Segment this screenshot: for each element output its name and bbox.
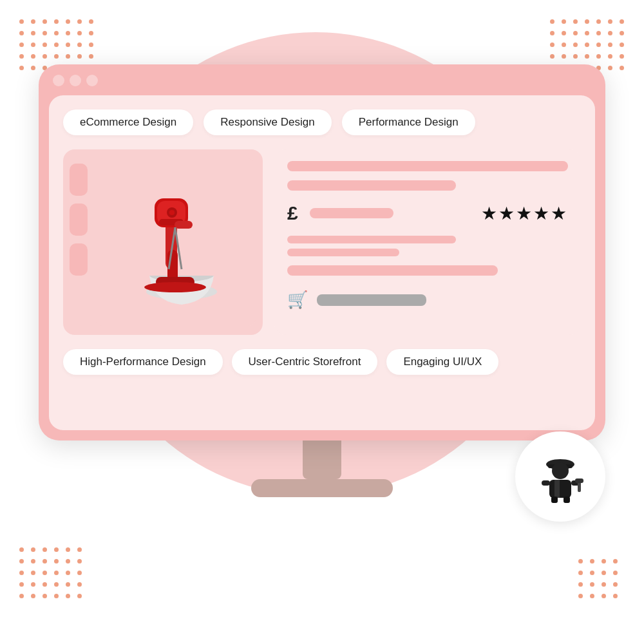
tag-responsive[interactable]: Responsive Design xyxy=(204,109,331,135)
description-lines xyxy=(287,236,568,256)
window-close-btn[interactable] xyxy=(53,75,64,86)
worker-illustration xyxy=(530,446,591,507)
svg-rect-23 xyxy=(564,497,570,503)
window-maximize-btn[interactable] xyxy=(86,75,98,86)
detail-bar-3 xyxy=(287,265,498,276)
tag-user-centric[interactable]: User-Centric Storefront xyxy=(232,349,378,375)
tag-engaging-ui[interactable]: Engaging UI/UX xyxy=(386,349,498,375)
monitor-screen: eCommerce Design Responsive Design Perfo… xyxy=(39,64,605,440)
svg-rect-21 xyxy=(575,478,583,483)
top-tags-row: eCommerce Design Responsive Design Perfo… xyxy=(63,109,581,135)
thumb-1[interactable] xyxy=(70,164,88,196)
product-title-bar xyxy=(287,161,568,171)
cart-icon[interactable]: 🛒 xyxy=(287,290,308,310)
dot-pattern-bl xyxy=(19,547,89,605)
add-to-cart-bar[interactable] xyxy=(317,294,426,306)
screen-content: eCommerce Design Responsive Design Perfo… xyxy=(49,95,595,430)
product-area: £ ★★★★★ 🛒 xyxy=(63,149,581,335)
svg-rect-16 xyxy=(549,480,571,498)
thumb-3[interactable] xyxy=(70,243,88,276)
product-image xyxy=(94,158,256,326)
tag-high-performance[interactable]: High-Performance Design xyxy=(63,349,223,375)
dot-pattern-br xyxy=(578,559,625,605)
star-rating: ★★★★★ xyxy=(481,203,568,224)
product-right-panel: £ ★★★★★ 🛒 xyxy=(274,149,581,335)
svg-point-10 xyxy=(144,282,206,292)
add-to-cart-row: 🛒 xyxy=(287,290,568,310)
window-minimize-btn[interactable] xyxy=(70,75,81,86)
stand-neck xyxy=(303,440,341,479)
monitor: eCommerce Design Responsive Design Perfo… xyxy=(39,64,605,497)
svg-point-5 xyxy=(169,210,175,215)
title-bar xyxy=(49,75,595,86)
price-value-bar xyxy=(310,208,393,218)
thumbnail-list xyxy=(70,158,88,276)
svg-rect-17 xyxy=(554,480,560,498)
currency-symbol: £ xyxy=(287,202,298,224)
bottom-tags-row: High-Performance Design User-Centric Sto… xyxy=(63,349,581,375)
svg-rect-18 xyxy=(542,480,550,486)
svg-point-15 xyxy=(552,462,569,479)
thumb-2[interactable] xyxy=(70,204,88,236)
scene: eCommerce Design Responsive Design Perfo… xyxy=(0,0,644,644)
price-stars-row: £ ★★★★★ xyxy=(287,202,568,224)
worker-badge xyxy=(515,431,605,522)
svg-rect-7 xyxy=(175,221,193,229)
stand-base xyxy=(251,479,393,497)
tag-performance[interactable]: Performance Design xyxy=(342,109,475,135)
mixer-illustration xyxy=(111,166,240,321)
product-left-panel xyxy=(63,149,263,335)
svg-rect-22 xyxy=(551,497,558,503)
product-subtitle-bar xyxy=(287,180,456,191)
desc-line-2 xyxy=(287,249,399,256)
desc-line-1 xyxy=(287,236,456,243)
tag-ecommerce[interactable]: eCommerce Design xyxy=(63,109,193,135)
